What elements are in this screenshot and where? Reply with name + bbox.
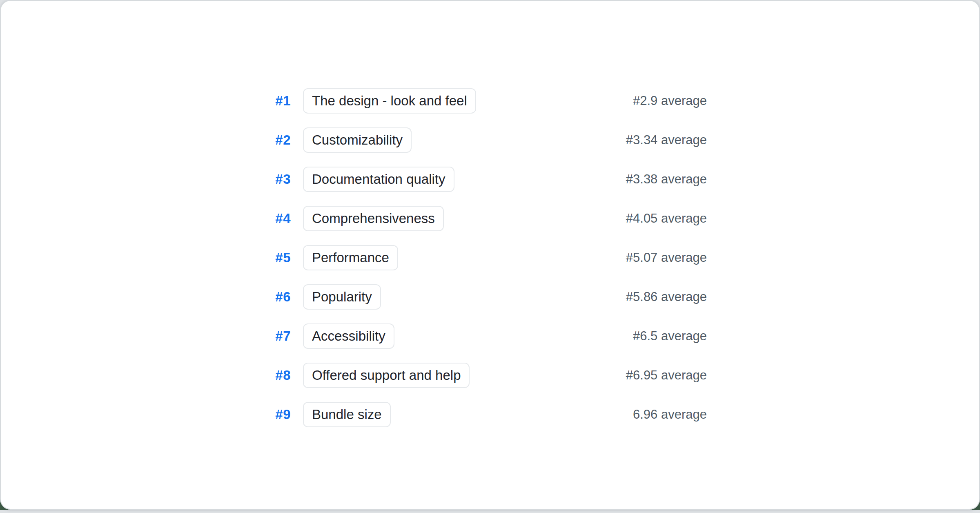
ranking-row: #9 Bundle size 6.96 average	[1, 402, 979, 427]
ranking-row: #8 Offered support and help #6.95 averag…	[1, 363, 979, 388]
average-score: #5.86 average	[626, 290, 707, 304]
average-score: #3.34 average	[626, 133, 707, 147]
rank-badge: #4	[1, 211, 291, 226]
average-score: 6.96 average	[633, 407, 707, 422]
option-label: Popularity	[312, 289, 372, 305]
ranking-row: #1 The design - look and feel #2.9 avera…	[1, 88, 979, 114]
rank-badge: #3	[1, 172, 291, 187]
ranking-row: #7 Accessibility #6.5 average	[1, 323, 979, 349]
rank-badge: #2	[1, 132, 291, 148]
option-pill: Popularity	[303, 284, 381, 310]
option-label: Performance	[312, 250, 389, 265]
option-pill: Comprehensiveness	[303, 206, 444, 231]
ranking-row: #6 Popularity #5.86 average	[1, 284, 979, 310]
results-card: #1 The design - look and feel #2.9 avera…	[0, 0, 980, 510]
option-pill: Performance	[303, 245, 398, 270]
option-pill: Offered support and help	[303, 363, 470, 388]
option-label: Customizability	[312, 132, 403, 148]
ranking-row: #3 Documentation quality #3.38 average	[1, 167, 979, 192]
rank-badge: #1	[1, 93, 291, 109]
ranking-row: #4 Comprehensiveness #4.05 average	[1, 206, 979, 231]
option-pill: The design - look and feel	[303, 88, 476, 114]
rank-badge: #9	[1, 407, 291, 422]
option-pill: Bundle size	[303, 402, 391, 427]
ranking-row: #2 Customizability #3.34 average	[1, 127, 979, 153]
average-score: #4.05 average	[626, 211, 707, 226]
option-pill: Accessibility	[303, 323, 394, 349]
average-score: #3.38 average	[626, 172, 707, 187]
option-label: Accessibility	[312, 328, 385, 344]
option-label: The design - look and feel	[312, 93, 467, 109]
average-score: #5.07 average	[626, 250, 707, 265]
option-label: Documentation quality	[312, 172, 445, 187]
average-score: #2.9 average	[633, 94, 707, 108]
rank-badge: #5	[1, 250, 291, 265]
rank-badge: #8	[1, 368, 291, 383]
ranking-row: #5 Performance #5.07 average	[1, 245, 979, 270]
rank-badge: #7	[1, 328, 291, 344]
option-pill: Documentation quality	[303, 167, 454, 192]
average-score: #6.95 average	[626, 368, 707, 383]
option-label: Bundle size	[312, 407, 382, 422]
rank-badge: #6	[1, 289, 291, 305]
average-score: #6.5 average	[633, 329, 707, 343]
option-label: Offered support and help	[312, 368, 461, 383]
ranking-results-list: #1 The design - look and feel #2.9 avera…	[1, 88, 979, 441]
option-pill: Customizability	[303, 127, 412, 153]
option-label: Comprehensiveness	[312, 211, 435, 226]
